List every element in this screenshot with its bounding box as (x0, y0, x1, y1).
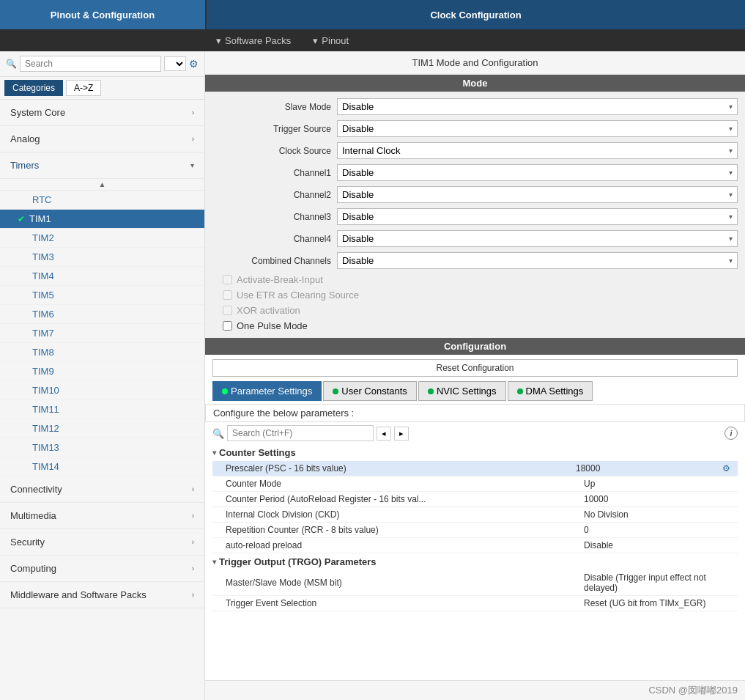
sidebar-item-middleware[interactable]: Middleware and Software Packs › (0, 582, 204, 608)
sidebar-item-tim11[interactable]: TIM11 (0, 400, 204, 419)
mode-field-select-channel2[interactable]: Disable▾ (337, 186, 738, 203)
sidebar: 🔍 ⚙ Categories A->Z System Core › Analog… (0, 51, 205, 700)
sidebar-item-tim4[interactable]: TIM4 (0, 267, 204, 286)
param-search-input[interactable] (227, 425, 374, 441)
dropdown-arrow-icon: ▾ (729, 257, 733, 265)
tab-parameter-settings[interactable]: Parameter Settings (212, 381, 322, 401)
sidebar-item-timers[interactable]: Timers ▾ (0, 152, 204, 179)
tab-dma-settings[interactable]: DMA Settings (508, 381, 593, 401)
param-next-button[interactable]: ▸ (394, 427, 409, 441)
mode-field-select-slave-mode[interactable]: Disable▾ (337, 98, 738, 115)
sidebar-item-tim10[interactable]: TIM10 (0, 381, 204, 400)
param-prev-button[interactable]: ◂ (377, 427, 391, 441)
sidebar-item-tim6[interactable]: TIM6 (0, 305, 204, 324)
sidebar-item-system-core[interactable]: System Core › (0, 100, 204, 126)
sidebar-item-connectivity[interactable]: Connectivity › (0, 476, 204, 503)
timer-item-label-tim5: TIM5 (32, 290, 54, 301)
param-row[interactable]: Counter Period (AutoReload Register - 16… (212, 492, 738, 507)
sidebar-item-tim1[interactable]: ✔TIM1 (0, 210, 204, 229)
param-group-header[interactable]: ▾Trigger Output (TRGO) Parameters (212, 553, 738, 570)
param-group-header[interactable]: ▾Counter Settings (212, 444, 738, 461)
sidebar-item-tim13[interactable]: TIM13 (0, 438, 204, 457)
tab-nvic-settings[interactable]: NVIC Settings (418, 381, 506, 401)
sidebar-item-multimedia[interactable]: Multimedia › (0, 503, 204, 529)
param-row[interactable]: Prescaler (PSC - 16 bits value)18000⚙ (212, 461, 738, 476)
nvic-settings-label: NVIC Settings (437, 386, 497, 397)
connectivity-label: Connectivity (10, 484, 62, 495)
main-content: TIM1 Mode and Configuration Mode Slave M… (205, 51, 745, 700)
timers-collapse-indicator[interactable]: ▲ (0, 179, 204, 191)
param-row[interactable]: Counter ModeUp (212, 476, 738, 492)
param-row[interactable]: Master/Slave Mode (MSM bit)Disable (Trig… (212, 570, 738, 596)
sidebar-item-rtc[interactable]: RTC (0, 191, 204, 210)
param-row[interactable]: Repetition Counter (RCR - 8 bits value)0 (212, 523, 738, 538)
sidebar-item-tim12[interactable]: TIM12 (0, 419, 204, 438)
tab-user-constants[interactable]: User Constants (323, 381, 417, 401)
security-label: Security (10, 537, 45, 548)
param-edit-icon[interactable]: ⚙ (722, 463, 730, 474)
software-packs-menu[interactable]: ▾ Software Packs (205, 29, 302, 51)
mode-field-select-channel4[interactable]: Disable▾ (337, 230, 738, 247)
timer-item-label-tim1: TIM1 (29, 213, 51, 224)
multimedia-label: Multimedia (10, 510, 56, 521)
mode-field-row: Slave ModeDisable▾ (212, 96, 738, 118)
reset-configuration-button[interactable]: Reset Configuration (212, 359, 738, 377)
group-label: Trigger Output (TRGO) Parameters (219, 556, 377, 567)
pinout-configuration-tab[interactable]: Pinout & Configuration (0, 0, 205, 29)
sidebar-item-tim9[interactable]: TIM9 (0, 362, 204, 381)
security-chevron: › (192, 538, 194, 546)
mode-field-select-combined-channels[interactable]: Disable▾ (337, 252, 738, 269)
sidebar-item-computing[interactable]: Computing › (0, 556, 204, 582)
search-dropdown[interactable] (164, 56, 186, 71)
content-title: TIM1 Mode and Configuration (205, 51, 745, 75)
mode-field-select-channel1[interactable]: Disable▾ (337, 164, 738, 181)
timer-item-label-tim14: TIM14 (32, 461, 59, 472)
mode-field-select-channel3[interactable]: Disable▾ (337, 208, 738, 225)
param-value-label: Disable (584, 540, 730, 550)
timers-section: Timers ▾ ▲ RTC✔TIM1TIM2TIM3TIM4TIM5TIM6T… (0, 152, 204, 476)
category-tab-bar: Categories A->Z (0, 77, 204, 100)
dropdown-arrow-icon: ▾ (729, 147, 733, 155)
mode-field-select-clock-source[interactable]: Internal Clock▾ (337, 142, 738, 159)
search-icon: 🔍 (6, 59, 17, 69)
sidebar-item-tim3[interactable]: TIM3 (0, 248, 204, 267)
sidebar-item-tim8[interactable]: TIM8 (0, 343, 204, 362)
tab-categories[interactable]: Categories (4, 80, 63, 96)
param-row[interactable]: Internal Clock Division (CKD)No Division (212, 507, 738, 523)
mode-field-row: Trigger SourceDisable▾ (212, 118, 738, 140)
checkbox-input[interactable] (223, 321, 232, 331)
timer-item-label-tim4: TIM4 (32, 270, 54, 281)
info-icon[interactable]: i (724, 427, 738, 440)
sidebar-item-tim2[interactable]: TIM2 (0, 229, 204, 248)
mode-field-select-trigger-source[interactable]: Disable▾ (337, 120, 738, 137)
computing-chevron: › (192, 564, 194, 572)
sidebar-item-tim5[interactable]: TIM5 (0, 286, 204, 305)
clock-configuration-tab[interactable]: Clock Configuration (205, 0, 745, 29)
timer-item-label-tim13: TIM13 (32, 442, 59, 453)
mode-fields: Slave ModeDisable▾Trigger SourceDisable▾… (212, 96, 738, 272)
group-collapse-arrow: ▾ (212, 449, 216, 457)
sidebar-item-security[interactable]: Security › (0, 529, 204, 556)
mode-field-label: Channel1 (212, 168, 337, 178)
mode-field-value: Disable (342, 233, 374, 244)
param-name-label: Repetition Counter (RCR - 8 bits value) (220, 525, 584, 535)
sidebar-item-analog[interactable]: Analog › (0, 126, 204, 152)
checkbox-rows: Activate-Break-InputUse ETR as Clearing … (212, 272, 738, 334)
mode-field-row: Channel2Disable▾ (212, 184, 738, 206)
param-row[interactable]: Trigger Event SelectionReset (UG bit fro… (212, 596, 738, 611)
analog-label: Analog (10, 133, 40, 144)
mode-field-value: Disable (342, 211, 374, 222)
sidebar-item-tim7[interactable]: TIM7 (0, 324, 204, 343)
checkbox-input (223, 275, 232, 284)
param-row[interactable]: auto-reload preloadDisable (212, 538, 738, 553)
group-collapse-arrow: ▾ (212, 558, 216, 566)
search-input[interactable] (20, 56, 161, 72)
user-constants-label: User Constants (341, 386, 407, 397)
pinout-menu[interactable]: ▾ Pinout (302, 29, 360, 51)
tab-az[interactable]: A->Z (66, 80, 101, 96)
mode-field-value: Internal Clock (342, 145, 400, 156)
sidebar-item-tim14[interactable]: TIM14 (0, 457, 204, 476)
settings-icon[interactable]: ⚙ (189, 58, 199, 70)
mode-field-row: Channel1Disable▾ (212, 162, 738, 184)
param-name-label: Prescaler (PSC - 16 bits value) (220, 463, 576, 474)
